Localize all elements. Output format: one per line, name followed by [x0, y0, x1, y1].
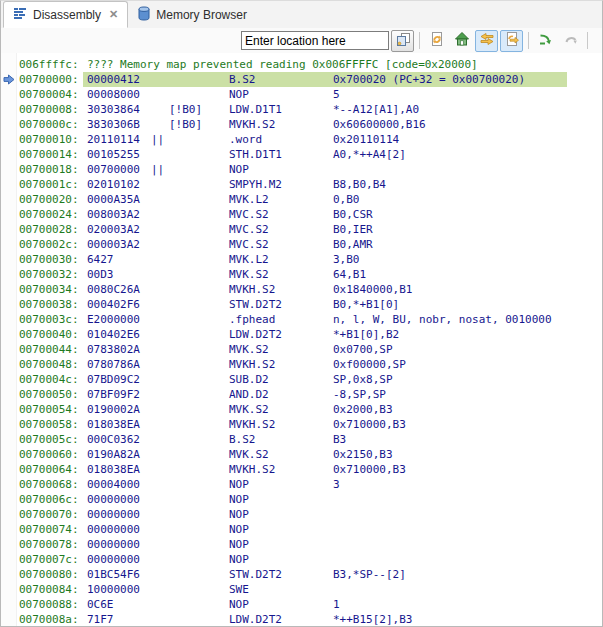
disasm-row[interactable]: 0070008a:71F7LDW.D2T2*++B15[2],B3	[1, 612, 602, 627]
disasm-row[interactable]: 0070001c:02010102SMPYH.M2B8,B0,B4	[1, 177, 602, 192]
disasm-row[interactable]: 00700068:00004000NOP3	[1, 477, 602, 492]
refresh-button[interactable]	[425, 30, 448, 52]
disasm-row[interactable]: 00700034:0080C26AMVKH.S20x1840000,B1	[1, 282, 602, 297]
disasm-row[interactable]: 00700020:0000A35AMVK.L20,B0	[1, 192, 602, 207]
pc-arrow-icon	[3, 74, 15, 85]
operands-cell: 0x710000,B3	[333, 462, 406, 477]
disasm-row[interactable]: 00700024:008003A2MVC.S2B0,CSR	[1, 207, 602, 222]
disasm-row[interactable]: 00700060:0190A82AMVK.S20x2150,B3	[1, 447, 602, 462]
disasm-row-error[interactable]: 006ffffc:???? Memory map prevented readi…	[1, 57, 602, 72]
operands-cell: *+B1[0],B2	[333, 327, 399, 342]
disasm-row[interactable]: 00700004:00008000NOP5	[1, 87, 602, 102]
opcode-cell: 0C6E	[87, 597, 114, 612]
opcode-cell: 02010102	[87, 177, 140, 192]
predicate-cell: [!B0]	[169, 102, 202, 117]
operands-cell: 0x2150,B3	[333, 447, 393, 462]
disasm-row[interactable]: 00700028:020003A2MVC.S2B0,IER	[1, 222, 602, 237]
mnemonic-cell: MVC.S2	[229, 222, 269, 237]
disasm-row[interactable]: 0070006c:00000000NOP	[1, 492, 602, 507]
open-new-view-icon	[395, 31, 411, 51]
mnemonic-cell: NOP	[229, 87, 249, 102]
disasm-row[interactable]: 00700084:10000000SWE	[1, 582, 602, 597]
mnemonic-cell: MVK.S2	[229, 447, 269, 462]
tab-label: Disassembly	[33, 8, 101, 22]
tab-memory-browser[interactable]: Memory Browser	[128, 1, 256, 28]
disasm-row[interactable]: 0070005c:000C0362B.S2B3	[1, 432, 602, 447]
disasm-row[interactable]: 00700048:0780786AMVKH.S20xf00000,SP	[1, 357, 602, 372]
operands-cell: n, l, W, BU, nobr, nosat, 0010000	[333, 312, 552, 327]
address-cell: 00700068:	[19, 477, 79, 492]
disasm-row[interactable]: 00700030:6427MVK.L23,B0	[1, 252, 602, 267]
operands-cell: 3,B0	[333, 252, 360, 267]
disasm-row[interactable]: 00700018:00700000||NOP	[1, 162, 602, 177]
opcode-cell: 000C0362	[87, 432, 140, 447]
disasm-row[interactable]: 0070000c:3830306B[!B0]MVKH.S20x60600000,…	[1, 117, 602, 132]
disasm-row[interactable]: 0070007c:00000000NOP	[1, 552, 602, 567]
opcode-cell: 0190A82A	[87, 447, 140, 462]
address-cell: 0070005c:	[19, 432, 79, 447]
operands-cell: 0x2000,B3	[333, 402, 393, 417]
mnemonic-cell: NOP	[229, 507, 249, 522]
address-cell: 00700032:	[19, 267, 79, 282]
opcode-cell: 00000000	[87, 552, 140, 567]
disasm-row[interactable]: 00700078:00000000NOP	[1, 537, 602, 552]
disasm-row[interactable]: 0070002c:000003A2MVC.S2B0,AMR	[1, 237, 602, 252]
disasm-row[interactable]: 00700040:010402E6LDW.D2T2*+B1[0],B2	[1, 327, 602, 342]
operands-cell: 0xf00000,SP	[333, 357, 406, 372]
disasm-row[interactable]: 0070004c:07BD09C2SUB.D2SP,0x8,SP	[1, 372, 602, 387]
opcode-cell: 10000000	[87, 582, 140, 597]
disasm-row[interactable]: 00700032:00D3MVK.S264,B1	[1, 267, 602, 282]
opcode-cell: 20110114	[87, 132, 140, 147]
operands-cell: 0x710000,B3	[333, 417, 406, 432]
disasm-row[interactable]: 0070003c:E2000000.fpheadn, l, W, BU, nob…	[1, 312, 602, 327]
disasm-row-pc[interactable]: 00700000:00000412B.S20x700020 (PC+32 = 0…	[1, 72, 602, 87]
home-icon	[454, 31, 470, 51]
mnemonic-cell: NOP	[229, 477, 249, 492]
address-cell: 00700024:	[19, 207, 79, 222]
disasm-row[interactable]: 00700010:20110114||.word0x20110114	[1, 132, 602, 147]
disassembly-view: Disassembly ✕ Memory Browser	[0, 0, 603, 627]
mnemonic-cell: .fphead	[229, 312, 275, 327]
toolbar-separator	[419, 32, 420, 49]
disasm-row[interactable]: 00700058:018038EAMVKH.S20x710000,B3	[1, 417, 602, 432]
link-with-debug-context-button[interactable]	[475, 30, 498, 52]
mnemonic-cell: AND.D2	[229, 387, 269, 402]
opcode-cell: 0000A35A	[87, 192, 140, 207]
disasm-row[interactable]: 00700080:01BC54F6STW.D2T2B3,*SP--[2]	[1, 567, 602, 582]
operands-cell: 0x1840000,B1	[333, 282, 412, 297]
show-source-button[interactable]	[500, 30, 523, 52]
opcode-cell: 020003A2	[87, 222, 140, 237]
home-button[interactable]	[450, 30, 473, 52]
operands-cell: 0x0700,SP	[333, 342, 393, 357]
disasm-row[interactable]: 00700008:30303864[!B0]LDW.D1T1*--A12[A1]…	[1, 102, 602, 117]
opcode-cell: 0080C26A	[87, 282, 140, 297]
disasm-row[interactable]: 00700050:07BF09F2AND.D2-8,SP,SP	[1, 387, 602, 402]
address-cell: 006ffffc:	[19, 57, 79, 72]
disasm-row[interactable]: 00700014:00105255STH.D1T1A0,*++A4[2]	[1, 147, 602, 162]
assembly-step-button[interactable]	[534, 30, 557, 52]
mnemonic-cell: NOP	[229, 597, 249, 612]
disasm-row[interactable]: 00700054:0190002AMVK.S20x2000,B3	[1, 402, 602, 417]
mnemonic-cell: SMPYH.M2	[229, 177, 282, 192]
disasm-row[interactable]: 00700074:00000000NOP	[1, 522, 602, 537]
address-cell: 00700028:	[19, 222, 79, 237]
close-icon[interactable]: ✕	[109, 8, 118, 21]
view-header: Disassembly ✕ Memory Browser	[1, 1, 602, 54]
open-new-view-button[interactable]	[391, 30, 414, 52]
opcode-cell: 018038EA	[87, 462, 140, 477]
mnemonic-cell: NOP	[229, 162, 249, 177]
disasm-row[interactable]: 00700038:000402F6STW.D2T2B0,*+B1[0]	[1, 297, 602, 312]
disasm-row[interactable]: 00700064:018038EAMVKH.S20x710000,B3	[1, 462, 602, 477]
disasm-row[interactable]: 00700088:0C6ENOP1	[1, 597, 602, 612]
address-cell: 00700064:	[19, 462, 79, 477]
opcode-cell: 00D3	[87, 267, 114, 282]
disasm-row[interactable]: 00700044:0783802AMVK.S20x0700,SP	[1, 342, 602, 357]
operands-cell: B0,CSR	[333, 207, 373, 222]
tab-disassembly[interactable]: Disassembly ✕	[3, 1, 128, 28]
address-cell: 0070002c:	[19, 237, 79, 252]
address-cell: 00700030:	[19, 252, 79, 267]
operands-cell: B3	[333, 432, 346, 447]
address-cell: 00700084:	[19, 582, 79, 597]
disasm-row[interactable]: 00700070:00000000NOP	[1, 507, 602, 522]
location-input[interactable]	[241, 31, 389, 50]
